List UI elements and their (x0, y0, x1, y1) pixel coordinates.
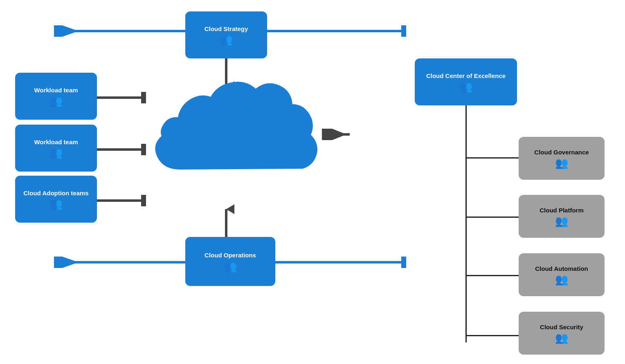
cloud-adoption-icon: 👥 (49, 199, 63, 209)
arrow-strategy-right (267, 25, 406, 37)
cloud-governance-label: Cloud Governance (534, 148, 589, 156)
cloud-ops-label: Cloud Operations (205, 251, 256, 259)
workload-team-2-icon: 👥 (49, 147, 63, 158)
cloud-ops-box: Cloud Operations 👥 (185, 237, 275, 286)
cloud-strategy-label: Cloud Strategy (205, 25, 248, 33)
arrow-ops-left (49, 257, 186, 268)
tree-vertical-line (465, 105, 467, 342)
diagram: Cloud Strategy 👥 Workload team 👥 (0, 0, 625, 364)
tree-line-governance (465, 157, 519, 159)
workload-team-2-label: Workload team (34, 138, 78, 146)
cloud-shape (139, 71, 319, 206)
cloud-platform-box: Cloud Platform 👥 (519, 195, 605, 238)
cloud-automation-icon: 👥 (555, 274, 568, 285)
cloud-strategy-icon: 👥 (220, 34, 233, 45)
tree-line-automation (465, 275, 519, 276)
cloud-strategy-box: Cloud Strategy 👥 (185, 11, 267, 58)
cloud-automation-box: Cloud Automation 👥 (519, 253, 605, 296)
arrow-right-into-cloud (317, 129, 350, 140)
arrow-ops-right (275, 257, 406, 268)
tree-line-security (465, 335, 519, 336)
cloud-governance-icon: 👥 (555, 158, 568, 168)
ccoe-icon: 👥 (459, 81, 472, 92)
workload-team-1-box: Workload team 👥 (15, 73, 97, 120)
arrow-up-from-bottom (218, 204, 234, 237)
cloud-security-icon: 👥 (555, 333, 568, 343)
workload-team-1-icon: 👥 (49, 96, 63, 106)
cloud-ops-icon: 👥 (224, 261, 237, 272)
arrow-adoption-right (97, 195, 146, 206)
ccoe-box: Cloud Center of Excellence 👥 (415, 58, 517, 105)
workload-team-2-box: Workload team 👥 (15, 125, 97, 172)
arrow-strategy-left (49, 25, 186, 37)
arrow-workload2-right (97, 144, 146, 155)
cloud-platform-label: Cloud Platform (540, 206, 584, 214)
ccoe-label: Cloud Center of Excellence (426, 72, 506, 80)
cloud-adoption-box: Cloud Adoption teams 👥 (15, 176, 97, 223)
cloud-automation-label: Cloud Automation (535, 265, 588, 273)
workload-team-1-label: Workload team (34, 86, 78, 94)
cloud-governance-box: Cloud Governance 👥 (519, 137, 605, 180)
cloud-security-box: Cloud Security 👥 (519, 312, 605, 355)
tree-line-platform (465, 217, 519, 218)
cloud-platform-icon: 👥 (555, 216, 568, 226)
cloud-adoption-label: Cloud Adoption teams (23, 189, 88, 197)
arrow-workload1-right (97, 92, 146, 103)
cloud-security-label: Cloud Security (540, 323, 583, 331)
